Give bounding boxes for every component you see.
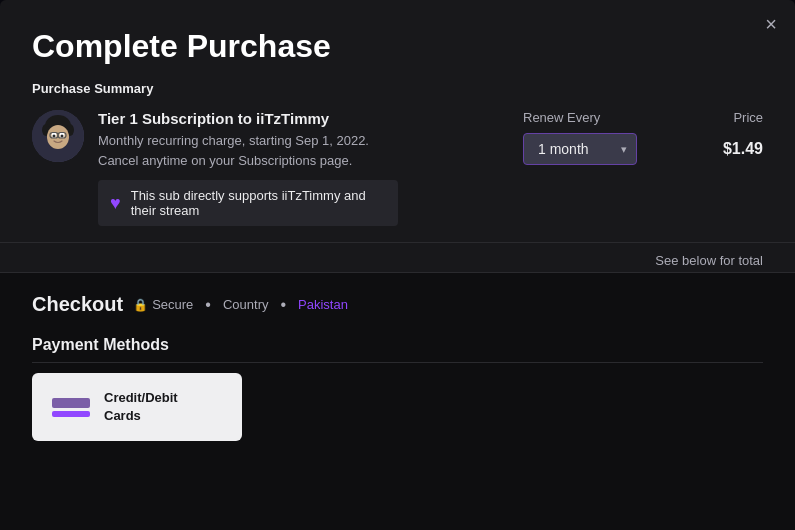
country-link[interactable]: Pakistan [298, 297, 348, 312]
svg-point-7 [53, 135, 56, 138]
card-icon-top [52, 398, 90, 408]
card-icon-stripe [52, 411, 90, 417]
support-text: This sub directly supports iiTzTimmy and… [131, 188, 386, 218]
price-column-label: Price [733, 110, 763, 125]
svg-point-8 [61, 135, 64, 138]
sub-info: Tier 1 Subscription to iiTzTimmy Monthly… [98, 110, 523, 226]
secure-label: Secure [152, 297, 193, 312]
country-label: Country [223, 297, 269, 312]
modal: × Complete Purchase Purchase Summary [0, 0, 795, 530]
modal-title: Complete Purchase [0, 0, 795, 81]
heart-icon: ♥ [110, 193, 121, 214]
payment-methods-label: Payment Methods [32, 336, 763, 363]
subscription-title: Tier 1 Subscription to iiTzTimmy [98, 110, 523, 127]
lock-icon: 🔒 [133, 298, 148, 312]
secure-badge: 🔒 Secure [133, 297, 193, 312]
avatar [32, 110, 84, 162]
summary-row: Tier 1 Subscription to iiTzTimmy Monthly… [32, 110, 763, 226]
renew-every-label: Renew Every [523, 110, 600, 125]
subscription-description: Monthly recurring charge, starting Sep 1… [98, 131, 523, 170]
renew-price-section: Renew Every Price 1 month 3 months 6 mon… [523, 110, 763, 165]
checkout-title: Checkout [32, 293, 123, 316]
checkout-section: Checkout 🔒 Secure • Country • Pakistan P… [0, 272, 795, 530]
payment-option-label: Credit/DebitCards [104, 389, 178, 425]
summary-right: Renew Every Price 1 month 3 months 6 mon… [523, 110, 763, 165]
month-dropdown-wrapper[interactable]: 1 month 3 months 6 months 12 months ▾ [523, 133, 637, 165]
price-value: $1.49 [703, 140, 763, 158]
payment-option-credit-debit[interactable]: Credit/DebitCards [32, 373, 242, 441]
separator-dot-2: • [280, 296, 286, 314]
card-icon [52, 398, 90, 417]
see-below-label: See below for total [0, 243, 795, 272]
modal-overlay: × Complete Purchase Purchase Summary [0, 0, 795, 530]
support-badge: ♥ This sub directly supports iiTzTimmy a… [98, 180, 398, 226]
purchase-summary-section: Purchase Summary [0, 81, 795, 243]
summary-left: Tier 1 Subscription to iiTzTimmy Monthly… [32, 110, 523, 226]
checkout-header: Checkout 🔒 Secure • Country • Pakistan [32, 293, 763, 316]
close-button[interactable]: × [765, 14, 777, 34]
purchase-summary-label: Purchase Summary [32, 81, 763, 96]
separator-dot: • [205, 296, 211, 314]
month-dropdown[interactable]: 1 month 3 months 6 months 12 months [523, 133, 637, 165]
